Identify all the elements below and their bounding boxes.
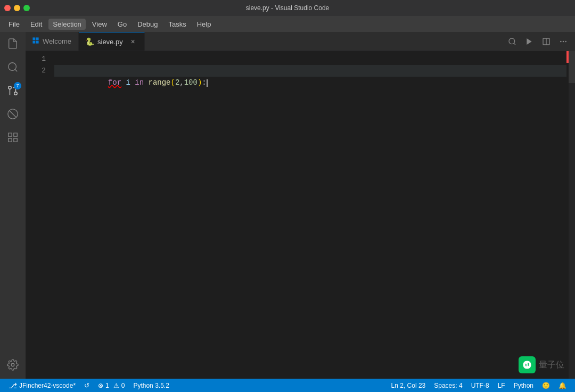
tab-actions <box>500 32 575 51</box>
search-editor-button[interactable] <box>505 34 520 49</box>
more-actions-button[interactable] <box>556 34 571 49</box>
code-editor[interactable]: 1 2 sieve = [True]*101 for i in range(2,… <box>26 51 566 379</box>
tabs-bar: Welcome 🐍 sieve.py × <box>26 32 575 51</box>
menu-view[interactable]: View <box>88 19 111 30</box>
line-number-1: 1 <box>26 53 46 65</box>
sync-status[interactable]: ↺ <box>80 379 94 392</box>
line-number-2: 2 <box>26 65 46 77</box>
svg-point-11 <box>11 363 14 366</box>
svg-rect-7 <box>9 133 12 136</box>
status-right: Ln 2, Col 23 Spaces: 4 UTF-8 LF Python 🙂… <box>387 382 571 389</box>
svg-rect-9 <box>14 138 17 142</box>
close-button[interactable] <box>4 5 11 11</box>
code-content[interactable]: sieve = [True]*101 for i in range(2,100)… <box>52 51 566 379</box>
line-numbers: 1 2 <box>26 51 52 379</box>
maximize-button[interactable] <box>23 5 30 11</box>
svg-line-6 <box>10 111 17 118</box>
notification-status[interactable]: 🔔 <box>554 382 571 389</box>
eol-status[interactable]: LF <box>494 382 510 389</box>
svg-rect-14 <box>32 41 35 44</box>
menu-tasks[interactable]: Tasks <box>164 19 190 30</box>
files-icon[interactable] <box>3 34 22 53</box>
svg-point-3 <box>9 86 12 89</box>
menu-bar: File Edit Selection View Go Debug Tasks … <box>0 16 575 32</box>
extensions-icon[interactable] <box>3 128 22 147</box>
menu-help[interactable]: Help <box>193 19 216 30</box>
minimap-scrollbar[interactable] <box>569 51 575 379</box>
menu-file[interactable]: File <box>4 19 24 30</box>
language-label: Python <box>514 382 533 389</box>
svg-line-17 <box>514 43 515 45</box>
svg-point-0 <box>9 63 17 71</box>
svg-point-2 <box>14 92 18 95</box>
code-token-range: range <box>148 78 170 87</box>
svg-rect-13 <box>36 37 39 40</box>
indentation-status[interactable]: Spaces: 4 <box>430 382 466 389</box>
eol-label: LF <box>498 382 505 389</box>
code-token-i: i <box>126 78 130 87</box>
git-branch-label: JFincher42-vscode* <box>19 382 76 389</box>
svg-rect-10 <box>9 138 12 142</box>
watermark-text: 量子位 <box>539 360 564 371</box>
window-title: sieve.py - Visual Studio Code <box>246 4 330 12</box>
smiley-icon: 🙂 <box>542 382 550 389</box>
smiley-status[interactable]: 🙂 <box>538 382 554 389</box>
error-count: 1 <box>105 382 109 389</box>
search-icon[interactable] <box>3 58 22 77</box>
status-bar: ⎇ JFincher42-vscode* ↺ ⊗ 1 ⚠ 0 Python 3.… <box>0 379 575 392</box>
svg-point-22 <box>563 41 564 43</box>
menu-go[interactable]: Go <box>113 19 131 30</box>
code-token-in: in <box>135 78 144 87</box>
svg-line-1 <box>15 69 17 71</box>
python-version-status[interactable]: Python 3.5.2 <box>129 379 173 392</box>
error-icon: ⊗ <box>98 382 103 389</box>
sieve-tab-label: sieve.py <box>97 38 123 46</box>
tab-close-button[interactable]: × <box>128 37 138 46</box>
source-control-icon[interactable]: 7 <box>3 81 22 100</box>
settings-icon[interactable] <box>3 355 22 374</box>
svg-point-21 <box>560 41 562 43</box>
menu-debug[interactable]: Debug <box>133 19 162 30</box>
menu-edit[interactable]: Edit <box>26 19 46 30</box>
tab-sieve[interactable]: 🐍 sieve.py × <box>79 32 145 51</box>
welcome-tab-icon <box>32 37 39 46</box>
menu-selection[interactable]: Selection <box>48 19 85 30</box>
minimap-slider[interactable] <box>569 51 575 83</box>
warning-count: 0 <box>121 382 125 389</box>
indentation-label: Spaces: 4 <box>434 382 462 389</box>
tab-welcome[interactable]: Welcome <box>26 32 79 51</box>
code-line-1: sieve = [True]*101 <box>54 53 566 65</box>
welcome-tab-label: Welcome <box>43 37 71 45</box>
window-controls[interactable] <box>4 5 30 11</box>
split-editor-button[interactable] <box>539 34 554 49</box>
source-control-badge: 7 <box>14 82 21 89</box>
watermark-logo <box>519 356 536 373</box>
git-icon: ⎇ <box>9 381 17 390</box>
run-button[interactable] <box>522 34 537 49</box>
svg-rect-8 <box>14 133 17 136</box>
git-branch-status[interactable]: ⎇ JFincher42-vscode* <box>4 379 80 392</box>
encoding-status[interactable]: UTF-8 <box>467 382 494 389</box>
warning-icon: ⚠ <box>113 382 119 389</box>
language-status[interactable]: Python <box>510 382 538 389</box>
notification-icon: 🔔 <box>558 382 566 389</box>
svg-point-23 <box>565 41 566 43</box>
errors-status[interactable]: ⊗ 1 ⚠ 0 <box>94 379 129 392</box>
watermark: 量子位 <box>519 356 564 373</box>
svg-marker-18 <box>527 38 531 45</box>
svg-rect-12 <box>32 37 35 40</box>
cursor-position-status[interactable]: Ln 2, Col 23 <box>387 382 430 389</box>
code-line-2: for i in range(2,100): <box>54 65 566 77</box>
main-container: 7 <box>0 32 575 379</box>
sync-icon: ↺ <box>84 382 89 389</box>
code-token-for: for <box>108 78 121 87</box>
activity-bar: 7 <box>0 32 26 379</box>
debug-icon[interactable] <box>3 104 22 124</box>
encoding-label: UTF-8 <box>471 382 489 389</box>
title-bar: sieve.py - Visual Studio Code <box>0 0 575 16</box>
cursor-position-label: Ln 2, Col 23 <box>391 382 426 389</box>
sieve-tab-icon: 🐍 <box>85 37 94 46</box>
python-version-label: Python 3.5.2 <box>133 382 169 389</box>
text-cursor <box>207 79 208 87</box>
minimize-button[interactable] <box>14 5 20 11</box>
